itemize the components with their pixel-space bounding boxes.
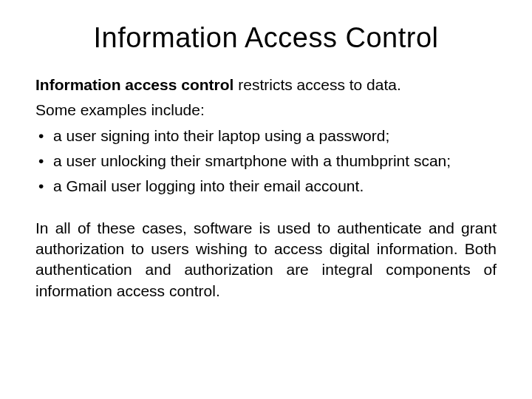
list-item: a Gmail user logging into their email ac… [35, 176, 497, 197]
slide-title: Information Access Control [35, 22, 497, 54]
intro-rest: restricts access to data. [233, 76, 400, 93]
conclusion-paragraph: In all of these cases, software is used … [35, 218, 497, 301]
intro-bold-term: Information access control [35, 76, 233, 93]
list-item: a user signing into their laptop using a… [35, 126, 497, 146]
examples-intro: Some examples include: [35, 100, 497, 120]
list-item: a user unlocking their smartphone with a… [35, 151, 497, 171]
examples-list: a user signing into their laptop using a… [35, 126, 497, 197]
intro-paragraph: Information access control restricts acc… [35, 75, 497, 95]
